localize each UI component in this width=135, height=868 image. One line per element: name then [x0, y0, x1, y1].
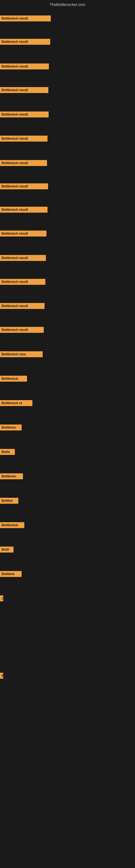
bottleneck-result-item[interactable]: Bottleneck result — [0, 112, 49, 118]
bottleneck-result-item[interactable]: Bottleneck result — [0, 63, 49, 69]
bottleneck-result-item[interactable]: Bottleneck result — [0, 230, 46, 237]
bottleneck-result-item[interactable]: Bottleneck result — [0, 279, 45, 285]
bottleneck-result-item[interactable]: Bottlene — [0, 571, 21, 577]
bottleneck-result-item[interactable]: B — [0, 673, 3, 679]
bottleneck-result-item[interactable]: Bottleneck result — [0, 16, 51, 22]
bottleneck-result-item[interactable]: Bottleneck result — [0, 255, 46, 261]
bottleneck-result-item[interactable]: | — [0, 595, 3, 601]
bottleneck-result-item[interactable]: Bottleneck result — [0, 39, 50, 45]
bottleneck-result-item[interactable]: Bottleneck — [0, 522, 24, 528]
bottleneck-result-item[interactable]: Bottlen — [0, 498, 18, 504]
bottleneck-result-item[interactable]: Bottl — [0, 547, 13, 553]
bottleneck-result-item[interactable]: Bottleneck resu — [0, 351, 43, 357]
bottleneck-result-item[interactable]: Bottleneck — [0, 376, 27, 382]
bottleneck-result-item[interactable]: Botte — [0, 449, 15, 455]
bottleneck-result-item[interactable]: Bottleneck result — [0, 327, 44, 333]
page-title: TheBottlenecker.com — [50, 2, 85, 7]
bottleneck-result-item[interactable]: Bottleneck result — [0, 183, 48, 189]
bottleneck-result-item[interactable]: Bottleneck result — [0, 207, 48, 213]
bottleneck-result-item[interactable]: Bottleneck result — [0, 87, 48, 93]
bottleneck-result-item[interactable]: Bottleneck result — [0, 160, 47, 166]
bottleneck-result-item[interactable]: Bottleneck re — [0, 400, 32, 406]
page-header: TheBottlenecker.com — [0, 0, 135, 9]
bottleneck-result-item[interactable]: Bottleneck result — [0, 135, 48, 142]
bottleneck-result-item[interactable]: Bottlenec — [0, 473, 23, 479]
bottleneck-result-item[interactable]: Bottleneck result — [0, 303, 45, 309]
bottleneck-result-item[interactable]: Bottlenec — [0, 425, 21, 431]
